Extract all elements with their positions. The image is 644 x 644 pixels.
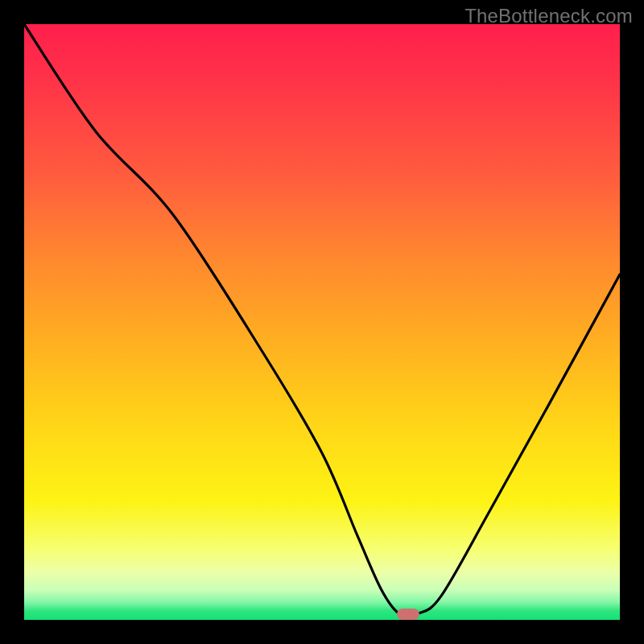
chart-container: TheBottleneck.com	[0, 0, 644, 644]
watermark-text: TheBottleneck.com	[464, 5, 633, 27]
bottleneck-curve	[24, 24, 620, 620]
plot-area	[24, 24, 620, 620]
optimal-marker	[397, 609, 419, 620]
